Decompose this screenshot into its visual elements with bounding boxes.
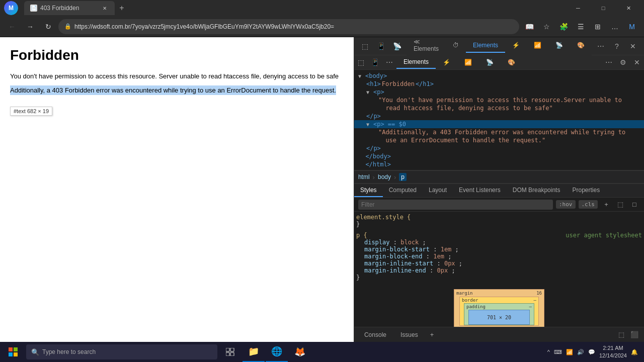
reload-button[interactable]: ↻ — [40, 19, 56, 35]
css-prop-display: display : block ; — [356, 239, 642, 246]
broadcast-button[interactable]: 📡 — [390, 39, 405, 53]
add-tab-button[interactable]: + — [426, 329, 438, 341]
dots-button[interactable]: ⋯ — [382, 55, 396, 69]
network-icon: 📶 — [566, 349, 573, 355]
svg-rect-5 — [230, 348, 234, 351]
dock-side-button[interactable]: ⬚ — [616, 329, 627, 340]
new-style-rule-button[interactable]: □ — [629, 199, 640, 210]
edge-copilot-button[interactable]: M — [624, 19, 640, 35]
svg-rect-3 — [14, 352, 18, 356]
tab-close-button[interactable]: ✕ — [101, 4, 109, 12]
layout-tab[interactable]: Layout — [423, 184, 453, 197]
breadcrumb-body[interactable]: body — [378, 173, 391, 180]
toggle-element-state-button[interactable]: ⬚ — [615, 199, 626, 210]
net-panel-tab[interactable]: 📶 — [457, 56, 479, 68]
close-devtools-button[interactable]: ✕ — [626, 39, 640, 53]
devtools-top-toolbar: ⬚ 📱 ⋯ Elements ⚡ 📶 📡 🎨 ⋯ ⚙ ✕ — [354, 55, 644, 70]
notification-button[interactable]: 🔔 — [631, 349, 638, 355]
dom-tree[interactable]: ▼ <body> <h1> Forbidden </h1> ▼ <p> "You… — [354, 70, 644, 170]
dom-line-selected[interactable]: ▼ <p> == $0 — [354, 120, 644, 128]
dom-line: read htaccess file, denying access to be… — [354, 104, 644, 112]
taskbar-search[interactable]: 🔍 Type here to search — [26, 344, 217, 359]
device-emulation-button[interactable]: 📱 — [374, 39, 388, 53]
dom-line: </html> — [354, 160, 644, 168]
css-rules: element.style { } p { user agent stylesh… — [354, 212, 644, 327]
breadcrumb-p[interactable]: p — [399, 173, 407, 181]
perf-panel-tab[interactable]: ⚡ — [436, 56, 457, 68]
profile-button[interactable]: M — [4, 1, 18, 15]
edge-browser-button[interactable]: 🌐 — [266, 342, 288, 362]
box-border-label-row: border — — [460, 297, 538, 303]
search-placeholder: Type here to search — [42, 348, 96, 355]
minimize-button[interactable]: ─ — [567, 0, 590, 16]
more-tools-button[interactable]: ⋯ — [594, 39, 608, 53]
console-tab[interactable]: Console — [358, 329, 392, 340]
search-icon: 🔍 — [31, 348, 39, 356]
new-tab-button[interactable]: + — [115, 1, 129, 15]
elements-panel-tab[interactable]: Elements — [396, 56, 436, 69]
elements-main-tab[interactable]: Elements — [466, 39, 505, 53]
task-view-button[interactable] — [219, 342, 242, 362]
favorites-list-button[interactable]: ☰ — [573, 19, 589, 35]
forward-button[interactable]: → — [22, 19, 38, 35]
event-listeners-tab[interactable]: Event Listeners — [453, 184, 507, 197]
more-panel-button[interactable]: ⋯ — [602, 55, 616, 69]
active-tab[interactable]: 📄 403 Forbidden ✕ — [24, 1, 115, 15]
show-hidden-icons-button[interactable]: ^ — [547, 349, 550, 355]
issues-tab[interactable]: Issues — [394, 329, 424, 340]
paint-tab[interactable]: 🎨 — [570, 39, 592, 53]
cls-filter-button[interactable]: .cls — [579, 200, 598, 209]
filter-input[interactable] — [358, 200, 553, 210]
wifi-panel-tab[interactable]: 📡 — [479, 56, 501, 68]
file-explorer-button[interactable]: 📁 — [243, 342, 265, 362]
task-view-icon — [226, 348, 235, 356]
inspect-element-button[interactable]: ⬚ — [358, 39, 372, 53]
performance-tab[interactable]: ⏱ — [446, 39, 466, 53]
dom-breakpoints-tab[interactable]: DOM Breakpoints — [507, 184, 567, 197]
styles-tab[interactable]: Styles — [354, 184, 383, 197]
firefox-icon: 🦊 — [294, 346, 305, 357]
computed-tab[interactable]: Computed — [383, 184, 423, 197]
volume-icon: 🔊 — [577, 349, 584, 355]
perf2-tab[interactable]: ⚡ — [505, 39, 527, 53]
device-toolbar-button[interactable]: 📱 — [368, 55, 382, 69]
settings-devtools-button[interactable]: ⚙ — [616, 55, 630, 69]
back-button[interactable]: ← — [4, 19, 20, 35]
firefox-button[interactable]: 🦊 — [289, 342, 311, 362]
bottom-tabs: Console Issues + ⬚ ⬛ — [354, 327, 644, 342]
keyboard-icon: ⌨ — [554, 349, 562, 355]
close-devtools-x-button[interactable]: ✕ — [630, 55, 644, 69]
p-selector-line: p { user agent stylesheet — [356, 232, 642, 239]
network-tab[interactable]: 📶 — [527, 39, 548, 53]
maximize-button[interactable]: □ — [592, 0, 615, 16]
breadcrumb-html[interactable]: html — [358, 173, 370, 180]
read-mode-button[interactable]: 📖 — [521, 19, 537, 35]
dom-line: </p> — [354, 144, 644, 152]
help-button[interactable]: ? — [610, 39, 624, 53]
paint-panel-tab[interactable]: 🎨 — [501, 56, 522, 68]
hov-filter-button[interactable]: :hov — [556, 200, 576, 209]
close-button[interactable]: ✕ — [617, 0, 640, 16]
elements-tab[interactable]: ≪ Elements — [407, 37, 446, 56]
favorites-button[interactable]: ☆ — [538, 19, 554, 35]
properties-tab[interactable]: Properties — [566, 184, 606, 197]
p-rule-close: } — [356, 274, 642, 281]
dock-bottom-button[interactable]: ⬛ — [629, 329, 640, 340]
inspect-mode-button[interactable]: ⬚ — [354, 55, 368, 69]
settings-button[interactable]: … — [607, 19, 623, 35]
extensions-button[interactable]: 🧩 — [555, 19, 572, 35]
address-bar[interactable]: 🔒 https://wdsoft.com.br/7yoya/vzrz5jmcy1… — [58, 19, 519, 34]
svg-rect-0 — [9, 347, 13, 351]
add-style-button[interactable]: + — [601, 199, 612, 210]
notification-icon: 💬 — [588, 349, 595, 355]
devtools-panel-tabs: ≪ Elements ⏱ Elements ⚡ 📶 📡 🎨 — [407, 37, 592, 57]
expand-arrow-selected[interactable]: ▼ — [366, 122, 372, 127]
collections-button[interactable]: ⊞ — [590, 19, 606, 35]
system-clock[interactable]: 2:21 AM 12/14/2024 — [599, 344, 627, 360]
start-button[interactable] — [2, 342, 24, 362]
browser-window: M 📄 403 Forbidden ✕ + ─ □ ✕ ← → ↻ 🔒 http… — [0, 0, 644, 342]
dom-line: ▼ <body> — [354, 72, 644, 80]
expand-arrow[interactable]: ▼ — [358, 73, 364, 79]
expand-arrow[interactable]: ▼ — [366, 89, 372, 95]
wifi-tab[interactable]: 📡 — [548, 39, 570, 53]
